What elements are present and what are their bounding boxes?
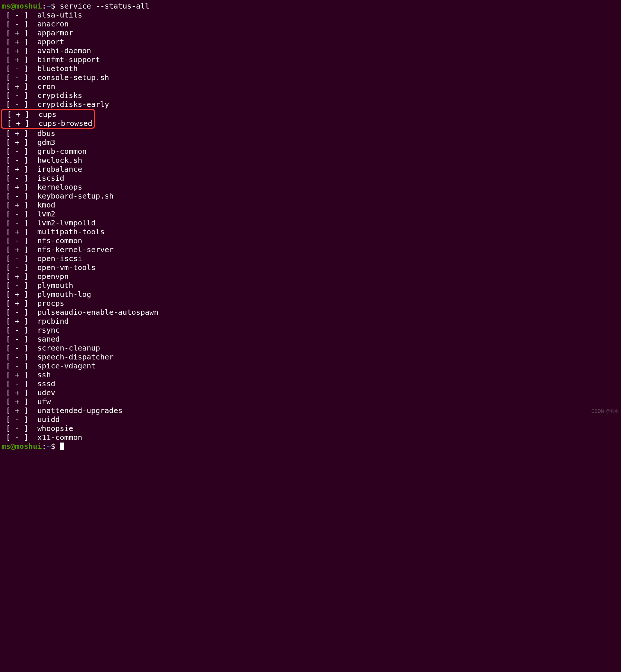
service-name: nfs-kernel-server — [37, 245, 114, 254]
service-name: udev — [37, 388, 55, 397]
service-name: x11-common — [37, 433, 82, 442]
service-name: cryptdisks — [37, 91, 82, 100]
service-name: cron — [37, 82, 55, 91]
service-line: [ - ] saned — [1, 335, 620, 343]
prompt-path: ~ — [46, 1, 51, 10]
service-line: [ + ] kerneloops — [1, 183, 620, 191]
service-line: [ - ] uuidd — [1, 415, 620, 424]
service-status: [ - ] — [1, 308, 37, 317]
service-line: [ + ] cups-browsed — [3, 119, 92, 128]
service-status: [ + ] — [1, 46, 37, 55]
service-name: cups-browsed — [38, 119, 92, 128]
service-line: [ - ] lvm2 — [1, 209, 620, 218]
command-line-empty[interactable]: ms@moshui:~$ — [1, 442, 620, 451]
service-name: uuidd — [37, 415, 60, 424]
service-status: [ + ] — [3, 110, 38, 119]
service-status: [ + ] — [1, 370, 37, 379]
service-status: [ + ] — [1, 138, 37, 147]
service-status: [ - ] — [1, 64, 37, 73]
service-status: [ + ] — [1, 55, 37, 64]
highlight-annotation: [ + ] cups [ + ] cups-browsed — [1, 109, 95, 129]
service-line: [ - ] spice-vdagent — [1, 361, 620, 370]
service-name: pulseaudio-enable-autospawn — [37, 308, 158, 317]
service-line: [ + ] apparmor — [1, 28, 620, 37]
service-name: saned — [37, 335, 60, 343]
service-line: [ + ] openvpn — [1, 272, 620, 281]
service-line: [ - ] screen-cleanup — [1, 343, 620, 352]
service-line: [ + ] irqbalance — [1, 165, 620, 174]
service-name: grub-common — [37, 147, 86, 156]
service-status: [ - ] — [1, 19, 37, 28]
service-name: multipath-tools — [37, 227, 105, 236]
service-status: [ + ] — [1, 129, 37, 138]
service-name: lvm2 — [37, 209, 55, 218]
cursor — [60, 443, 64, 450]
service-line: [ - ] rsync — [1, 326, 620, 335]
service-line: [ + ] procps — [1, 299, 620, 308]
service-status: [ - ] — [1, 100, 37, 109]
service-line: [ - ] open-iscsi — [1, 254, 620, 263]
service-status: [ - ] — [1, 209, 37, 218]
prompt-colon: : — [42, 442, 46, 451]
service-name: cups — [38, 110, 56, 119]
service-name: ssh — [37, 370, 51, 379]
service-name: plymouth — [37, 281, 73, 290]
watermark: CSDN @实水 — [591, 407, 619, 416]
service-line: [ + ] apport — [1, 37, 620, 46]
service-line: [ + ] unattended-upgrades — [1, 406, 620, 415]
service-line: [ - ] keyboard-setup.sh — [1, 191, 620, 200]
service-status: [ + ] — [1, 37, 37, 46]
service-line: [ - ] iscsid — [1, 174, 620, 183]
service-status: [ + ] — [1, 406, 37, 415]
service-line: [ + ] dbus — [1, 129, 620, 138]
terminal-output[interactable]: ms@moshui:~$ service --status-all [ - ] … — [0, 0, 621, 452]
service-name: irqbalance — [37, 165, 82, 174]
service-name: whoopsie — [37, 424, 73, 433]
service-name: dbus — [37, 129, 55, 138]
service-line: [ - ] anacron — [1, 19, 620, 28]
service-name: alsa-utils — [37, 10, 82, 19]
service-name: keyboard-setup.sh — [37, 191, 114, 200]
service-line: [ - ] alsa-utils — [1, 10, 620, 19]
service-status: [ + ] — [1, 227, 37, 236]
shell-prompt: ms@moshui:~$ — [1, 442, 55, 451]
prompt-colon: : — [42, 1, 46, 10]
service-line: [ + ] plymouth-log — [1, 290, 620, 299]
service-name: screen-cleanup — [37, 343, 100, 352]
service-status: [ - ] — [1, 263, 37, 272]
command-text: service --status-all — [60, 1, 150, 10]
service-status: [ + ] — [1, 82, 37, 91]
service-line: [ + ] gdm3 — [1, 138, 620, 147]
service-name: nfs-common — [37, 236, 82, 245]
service-name: openvpn — [37, 272, 69, 281]
service-name: iscsid — [37, 174, 64, 183]
service-status: [ - ] — [1, 281, 37, 290]
prompt-user: ms — [1, 442, 10, 451]
service-name: apparmor — [37, 28, 73, 37]
service-name: rsync — [37, 326, 60, 335]
service-line: [ + ] kmod — [1, 200, 620, 209]
service-line: [ - ] grub-common — [1, 147, 620, 156]
prompt-dollar: $ — [51, 442, 55, 451]
service-status: [ + ] — [1, 165, 37, 174]
service-line: [ - ] nfs-common — [1, 236, 620, 245]
prompt-dollar: $ — [51, 1, 55, 10]
service-line: [ - ] cryptdisks-early — [1, 100, 620, 109]
prompt-at: @ — [10, 1, 15, 10]
service-status: [ - ] — [1, 343, 37, 352]
service-line: [ + ] rpcbind — [1, 317, 620, 326]
service-status: [ + ] — [1, 299, 37, 308]
service-status: [ - ] — [1, 236, 37, 245]
service-status: [ - ] — [1, 191, 37, 200]
service-status: [ - ] — [1, 335, 37, 343]
service-name: speech-dispatcher — [37, 352, 114, 361]
service-name: kerneloops — [37, 183, 82, 191]
service-line: [ - ] bluetooth — [1, 64, 620, 73]
service-status: [ - ] — [1, 156, 37, 165]
service-status: [ + ] — [1, 272, 37, 281]
service-line: [ - ] pulseaudio-enable-autospawn — [1, 308, 620, 317]
service-status: [ + ] — [1, 28, 37, 37]
service-line: [ + ] binfmt-support — [1, 55, 620, 64]
service-status: [ + ] — [1, 200, 37, 209]
service-status: [ + ] — [1, 317, 37, 326]
